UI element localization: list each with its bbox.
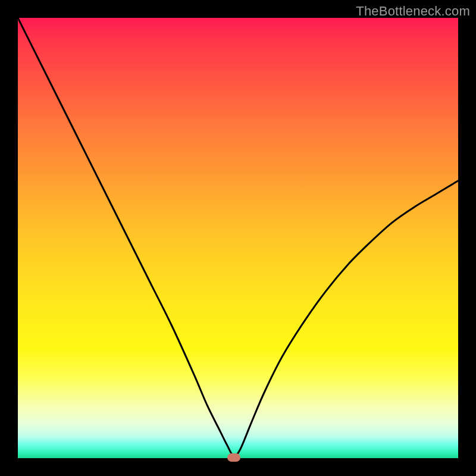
- optimal-point-marker: [227, 453, 240, 462]
- watermark-text: TheBottleneck.com: [356, 4, 470, 19]
- bottleneck-curve: [18, 18, 458, 458]
- bottleneck-chart: [18, 18, 458, 458]
